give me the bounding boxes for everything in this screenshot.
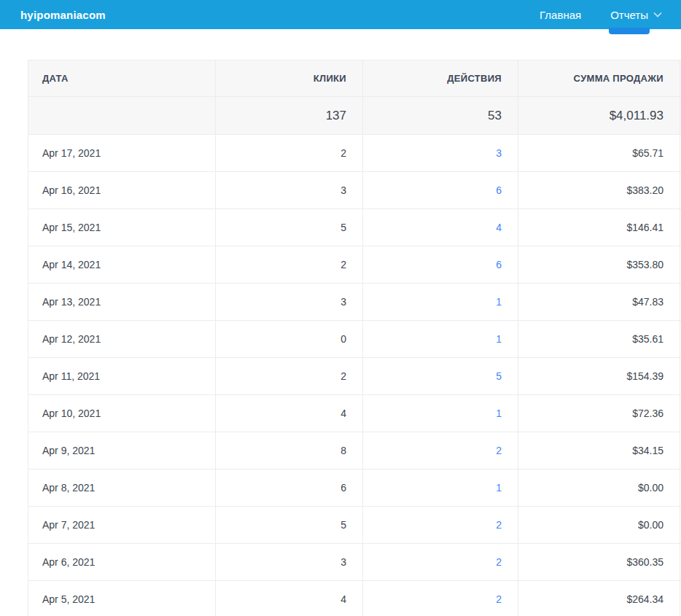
date-cell: Apr 13, 2021 xyxy=(28,284,216,321)
sales-cell: $264.34 xyxy=(518,581,680,616)
column-header-clicks[interactable]: КЛИКИ xyxy=(216,61,363,97)
chevron-down-icon xyxy=(653,12,662,17)
table-row: Apr 14, 2021 2 6 $353.80 xyxy=(28,246,681,284)
actions-link[interactable]: 6 xyxy=(496,184,502,196)
actions-cell: 1 xyxy=(363,321,518,358)
nav-reports-label: Отчеты xyxy=(610,9,648,21)
actions-cell: 2 xyxy=(363,432,518,469)
actions-cell: 2 xyxy=(363,507,518,544)
sales-cell: $146.41 xyxy=(518,209,680,246)
table-row: Apr 10, 2021 4 1 $72.36 xyxy=(28,395,681,432)
sales-cell: $360.35 xyxy=(518,544,680,581)
sales-cell: $35.61 xyxy=(518,321,680,358)
clicks-cell: 4 xyxy=(216,395,363,432)
actions-link[interactable]: 5 xyxy=(496,370,502,382)
actions-cell: 4 xyxy=(363,209,518,246)
nav-item-reports[interactable]: Отчеты xyxy=(596,0,677,29)
active-tab-indicator xyxy=(609,28,650,34)
app-bar: hyipomaniacom Главная Отчеты xyxy=(0,0,681,29)
column-header-date[interactable]: ДАТА xyxy=(28,61,216,97)
totals-clicks: 137 xyxy=(216,97,363,135)
clicks-cell: 2 xyxy=(216,358,363,395)
main-nav: Главная Отчеты xyxy=(525,0,677,29)
sales-cell: $72.36 xyxy=(518,395,680,432)
sales-cell: $383.20 xyxy=(518,172,680,209)
table-row: Apr 5, 2021 4 2 $264.34 xyxy=(28,581,681,616)
brand-logo[interactable]: hyipomaniacom xyxy=(20,9,106,21)
table-row: Apr 9, 2021 8 2 $34.15 xyxy=(28,432,681,469)
actions-cell: 1 xyxy=(363,469,518,507)
actions-cell: 5 xyxy=(363,358,518,395)
report-table: ДАТА КЛИКИ ДЕЙСТВИЯ СУММА ПРОДАЖИ 137 53… xyxy=(28,60,681,616)
date-cell: Apr 17, 2021 xyxy=(28,135,216,172)
actions-link[interactable]: 2 xyxy=(496,593,502,605)
actions-cell: 2 xyxy=(363,544,518,581)
actions-link[interactable]: 1 xyxy=(496,333,502,345)
clicks-cell: 8 xyxy=(216,432,363,469)
actions-link[interactable]: 1 xyxy=(496,408,502,419)
table-row: Apr 11, 2021 2 5 $154.39 xyxy=(28,358,681,395)
sales-cell: $0.00 xyxy=(518,469,680,507)
table-row: Apr 8, 2021 6 1 $0.00 xyxy=(28,469,681,507)
actions-cell: 6 xyxy=(363,172,518,209)
column-header-sales[interactable]: СУММА ПРОДАЖИ xyxy=(518,61,680,97)
table-row: Apr 15, 2021 5 4 $146.41 xyxy=(28,209,681,246)
date-cell: Apr 7, 2021 xyxy=(28,507,216,544)
nav-home-label: Главная xyxy=(540,9,581,21)
clicks-cell: 3 xyxy=(216,544,363,581)
table-row: Apr 7, 2021 5 2 $0.00 xyxy=(28,507,681,544)
actions-cell: 3 xyxy=(363,135,518,172)
totals-sales: $4,011.93 xyxy=(518,97,680,135)
sales-cell: $0.00 xyxy=(518,507,680,544)
date-cell: Apr 10, 2021 xyxy=(28,395,216,432)
clicks-cell: 2 xyxy=(216,135,363,172)
actions-cell: 1 xyxy=(363,395,518,432)
totals-row: 137 53 $4,011.93 xyxy=(28,97,681,135)
sales-cell: $353.80 xyxy=(518,246,680,284)
actions-link[interactable]: 4 xyxy=(496,222,502,233)
date-cell: Apr 9, 2021 xyxy=(28,432,216,469)
date-cell: Apr 5, 2021 xyxy=(28,581,216,616)
actions-link[interactable]: 2 xyxy=(496,445,502,456)
clicks-cell: 6 xyxy=(216,469,363,507)
actions-cell: 6 xyxy=(363,246,518,284)
actions-link[interactable]: 1 xyxy=(496,296,502,308)
totals-date-cell xyxy=(28,97,216,135)
table-header: ДАТА КЛИКИ ДЕЙСТВИЯ СУММА ПРОДАЖИ xyxy=(28,61,681,97)
clicks-cell: 2 xyxy=(216,246,363,284)
clicks-cell: 0 xyxy=(216,321,363,358)
date-cell: Apr 14, 2021 xyxy=(28,246,216,284)
nav-item-home[interactable]: Главная xyxy=(525,0,596,29)
actions-link[interactable]: 6 xyxy=(496,259,502,270)
actions-link[interactable]: 2 xyxy=(496,519,502,531)
clicks-cell: 5 xyxy=(216,209,363,246)
date-cell: Apr 16, 2021 xyxy=(28,172,216,209)
sales-cell: $154.39 xyxy=(518,358,680,395)
date-cell: Apr 11, 2021 xyxy=(28,358,216,395)
actions-link[interactable]: 3 xyxy=(496,147,502,159)
date-cell: Apr 12, 2021 xyxy=(28,321,216,358)
actions-cell: 1 xyxy=(363,284,518,321)
date-cell: Apr 8, 2021 xyxy=(28,469,216,507)
date-cell: Apr 15, 2021 xyxy=(28,209,216,246)
totals-actions: 53 xyxy=(363,97,518,135)
clicks-cell: 4 xyxy=(216,581,363,616)
clicks-cell: 3 xyxy=(216,284,363,321)
table-row: Apr 12, 2021 0 1 $35.61 xyxy=(28,321,681,358)
actions-link[interactable]: 2 xyxy=(496,556,502,568)
column-header-actions[interactable]: ДЕЙСТВИЯ xyxy=(363,61,518,97)
sales-cell: $34.15 xyxy=(518,432,680,469)
sales-cell: $47.83 xyxy=(518,284,680,321)
actions-link[interactable]: 1 xyxy=(496,482,502,494)
table-row: Apr 6, 2021 3 2 $360.35 xyxy=(28,544,681,581)
table-row: Apr 17, 2021 2 3 $65.71 xyxy=(28,135,681,172)
sales-cell: $65.71 xyxy=(518,135,680,172)
date-cell: Apr 6, 2021 xyxy=(28,544,216,581)
table-row: Apr 13, 2021 3 1 $47.83 xyxy=(28,284,681,321)
report-table-container: ДАТА КЛИКИ ДЕЙСТВИЯ СУММА ПРОДАЖИ 137 53… xyxy=(28,60,681,616)
clicks-cell: 3 xyxy=(216,172,363,209)
clicks-cell: 5 xyxy=(216,507,363,544)
table-row: Apr 16, 2021 3 6 $383.20 xyxy=(28,172,681,209)
actions-cell: 2 xyxy=(363,581,518,616)
